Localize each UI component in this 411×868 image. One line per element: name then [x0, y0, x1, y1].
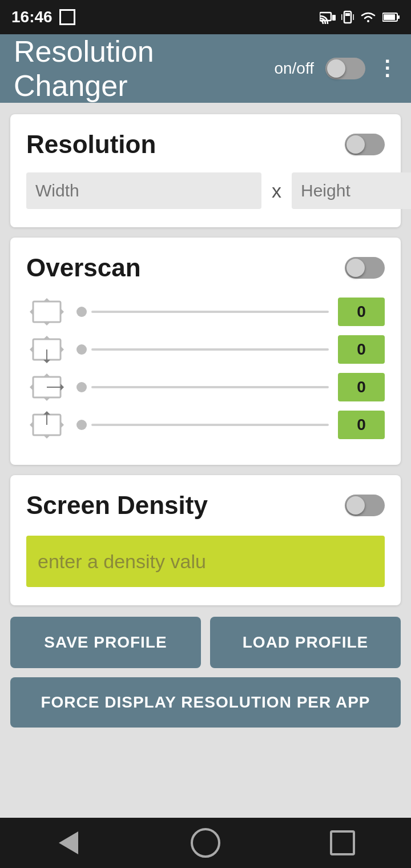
profile-buttons-row: SAVE PROFILE LOAD PROFILE: [0, 617, 411, 668]
svg-marker-18: [43, 360, 50, 363]
svg-marker-28: [61, 421, 64, 428]
home-icon: [191, 828, 220, 858]
resolution-header: Resolution: [26, 130, 385, 159]
app-bar: Resolution Changer on/off ⋮: [0, 34, 411, 103]
status-bar: 16:46: [0, 0, 411, 34]
overscan-row-0: 0: [26, 296, 385, 328]
resolution-toggle[interactable]: [345, 134, 385, 155]
home-button[interactable]: [187, 825, 224, 861]
svg-marker-11: [61, 308, 64, 315]
screen-density-header: Screen Density: [26, 491, 385, 520]
screen-density-title: Screen Density: [26, 491, 208, 520]
overscan-value-3: 0: [338, 411, 385, 439]
overscan-slider-1[interactable]: [76, 344, 329, 355]
svg-marker-13: [43, 322, 50, 326]
svg-rect-9: [33, 302, 61, 322]
battery-icon: [382, 12, 400, 22]
screen-density-card: Screen Density: [10, 475, 401, 605]
overscan-value-0: 0: [338, 298, 385, 326]
resolution-title: Resolution: [26, 130, 156, 159]
svg-marker-21: [30, 384, 33, 391]
svg-marker-30: [43, 435, 50, 439]
force-display-button[interactable]: FORCE DISPLAY RESOLUTION PER APP: [10, 677, 401, 728]
svg-marker-10: [30, 308, 33, 315]
overscan-slider-2[interactable]: [76, 382, 329, 392]
main-content: Resolution x Overscan: [0, 103, 411, 617]
recents-icon: [330, 830, 355, 855]
overscan-slider-3[interactable]: [76, 420, 329, 430]
onoff-label: on/off: [274, 59, 314, 78]
density-input[interactable]: [26, 536, 385, 587]
overscan-row-1: 0: [26, 333, 385, 365]
svg-marker-27: [30, 421, 33, 428]
wifi-icon: [360, 11, 377, 23]
svg-rect-7: [384, 14, 395, 20]
navigation-bar: [0, 818, 411, 868]
recents-button[interactable]: [324, 825, 361, 861]
svg-marker-15: [30, 346, 33, 353]
save-profile-button[interactable]: SAVE PROFILE: [10, 617, 201, 668]
overscan-header: Overscan: [26, 254, 385, 282]
overscan-title: Overscan: [26, 254, 141, 282]
svg-marker-29: [43, 411, 50, 415]
app-title: Resolution Changer: [14, 34, 265, 103]
resolution-card: Resolution x: [10, 114, 401, 227]
width-input[interactable]: [26, 172, 261, 209]
svg-marker-12: [43, 298, 50, 302]
overscan-row-2: 0: [26, 371, 385, 403]
overscan-value-1: 0: [338, 335, 385, 364]
overscan-toggle[interactable]: [345, 257, 385, 279]
back-button[interactable]: [50, 825, 87, 861]
main-toggle[interactable]: [325, 58, 365, 79]
x-separator: x: [272, 180, 281, 202]
overscan-slider-0[interactable]: [76, 307, 329, 317]
overscan-icon-2: [26, 371, 67, 403]
cast-icon: [320, 10, 336, 24]
svg-marker-16: [61, 346, 64, 353]
vibrate-icon: [341, 9, 354, 25]
height-input[interactable]: [292, 172, 411, 209]
svg-rect-1: [332, 15, 336, 21]
svg-rect-3: [345, 13, 350, 16]
svg-marker-22: [61, 384, 64, 391]
overscan-row-3: 0: [26, 409, 385, 441]
time-display: 16:46: [11, 8, 53, 26]
force-display-container: FORCE DISPLAY RESOLUTION PER APP: [0, 677, 411, 728]
svg-rect-8: [398, 15, 400, 19]
overscan-value-2: 0: [338, 373, 385, 401]
overscan-icon-0: [26, 296, 67, 328]
back-icon: [59, 831, 78, 854]
svg-marker-24: [43, 397, 50, 401]
density-toggle[interactable]: [345, 495, 385, 516]
more-options-icon[interactable]: ⋮: [377, 58, 397, 79]
overscan-card: Overscan 0: [10, 238, 401, 465]
load-profile-button[interactable]: LOAD PROFILE: [210, 617, 401, 668]
svg-marker-23: [43, 373, 50, 377]
resolution-inputs: x: [26, 172, 385, 209]
overscan-icon-3: [26, 409, 67, 441]
screen-record-icon: [59, 9, 75, 25]
svg-marker-17: [43, 336, 50, 339]
overscan-icon-1: [26, 333, 67, 365]
